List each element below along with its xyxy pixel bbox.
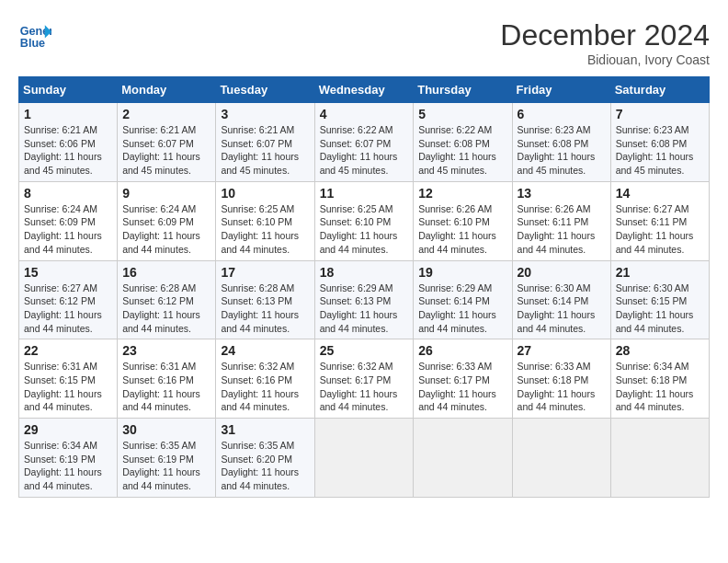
day-info: Sunrise: 6:24 AMSunset: 6:09 PMDaylight:…: [24, 202, 112, 257]
day-number: 11: [320, 186, 409, 201]
table-cell: 21 Sunrise: 6:30 AMSunset: 6:15 PMDaylig…: [610, 260, 709, 339]
table-cell: 10 Sunrise: 6:25 AMSunset: 6:10 PMDaylig…: [216, 181, 314, 260]
day-number: 21: [616, 265, 704, 280]
table-cell: 9 Sunrise: 6:24 AMSunset: 6:09 PMDayligh…: [118, 181, 216, 260]
day-info: Sunrise: 6:31 AMSunset: 6:15 PMDaylight:…: [24, 360, 112, 414]
table-cell: 12 Sunrise: 6:26 AMSunset: 6:10 PMDaylig…: [414, 181, 512, 260]
table-cell: [512, 419, 610, 498]
day-number: 20: [518, 265, 606, 280]
day-info: Sunrise: 6:21 AMSunset: 6:07 PMDaylight:…: [221, 123, 309, 178]
location-subtitle: Bidiouan, Ivory Coast: [500, 52, 710, 67]
calendar-table: Sunday Monday Tuesday Wednesday Thursday…: [18, 76, 710, 498]
logo: General Blue: [18, 18, 51, 52]
day-info: Sunrise: 6:33 AMSunset: 6:18 PMDaylight:…: [518, 360, 606, 414]
table-cell: 11 Sunrise: 6:25 AMSunset: 6:10 PMDaylig…: [314, 181, 414, 260]
day-info: Sunrise: 6:33 AMSunset: 6:17 PMDaylight:…: [418, 360, 506, 414]
header-tuesday: Tuesday: [216, 77, 314, 103]
header-wednesday: Wednesday: [314, 77, 414, 103]
day-info: Sunrise: 6:28 AMSunset: 6:13 PMDaylight:…: [221, 282, 309, 336]
table-cell: 16 Sunrise: 6:28 AMSunset: 6:12 PMDaylig…: [118, 260, 216, 339]
day-number: 2: [122, 107, 210, 121]
header-saturday: Saturday: [610, 77, 709, 103]
day-info: Sunrise: 6:28 AMSunset: 6:12 PMDaylight:…: [122, 282, 210, 336]
page-header: General Blue December 2024 Bidiouan, Ivo…: [18, 18, 710, 67]
day-number: 16: [122, 265, 210, 280]
day-number: 19: [418, 265, 506, 280]
table-cell: 25 Sunrise: 6:32 AMSunset: 6:17 PMDaylig…: [314, 339, 414, 419]
table-cell: 26 Sunrise: 6:33 AMSunset: 6:17 PMDaylig…: [414, 339, 512, 419]
day-number: 15: [24, 265, 112, 280]
calendar-body: 1 Sunrise: 6:21 AMSunset: 6:06 PMDayligh…: [19, 103, 710, 498]
table-cell: 3 Sunrise: 6:21 AMSunset: 6:07 PMDayligh…: [216, 103, 314, 182]
header-thursday: Thursday: [414, 77, 512, 103]
day-info: Sunrise: 6:29 AMSunset: 6:14 PMDaylight:…: [418, 282, 506, 336]
day-info: Sunrise: 6:35 AMSunset: 6:19 PMDaylight:…: [122, 439, 210, 493]
table-cell: 14 Sunrise: 6:27 AMSunset: 6:11 PMDaylig…: [610, 181, 709, 260]
day-number: 24: [221, 343, 309, 358]
day-number: 31: [221, 422, 309, 437]
day-number: 30: [122, 422, 210, 437]
day-info: Sunrise: 6:22 AMSunset: 6:08 PMDaylight:…: [418, 123, 506, 178]
day-info: Sunrise: 6:25 AMSunset: 6:10 PMDaylight:…: [221, 202, 309, 257]
table-cell: 29 Sunrise: 6:34 AMSunset: 6:19 PMDaylig…: [19, 419, 118, 498]
day-number: 23: [122, 343, 210, 358]
table-cell: [414, 419, 512, 498]
day-info: Sunrise: 6:25 AMSunset: 6:10 PMDaylight:…: [320, 202, 409, 257]
header-monday: Monday: [118, 77, 216, 103]
table-cell: [314, 419, 414, 498]
table-cell: 8 Sunrise: 6:24 AMSunset: 6:09 PMDayligh…: [19, 181, 118, 260]
day-info: Sunrise: 6:29 AMSunset: 6:13 PMDaylight:…: [320, 282, 409, 336]
table-cell: 7 Sunrise: 6:23 AMSunset: 6:08 PMDayligh…: [610, 103, 709, 182]
svg-text:Blue: Blue: [20, 37, 45, 50]
day-number: 25: [320, 343, 409, 358]
table-cell: [610, 419, 709, 498]
day-number: 18: [320, 265, 409, 280]
day-info: Sunrise: 6:30 AMSunset: 6:14 PMDaylight:…: [518, 282, 606, 336]
header-sunday: Sunday: [19, 77, 118, 103]
day-info: Sunrise: 6:23 AMSunset: 6:08 PMDaylight:…: [518, 123, 606, 178]
table-cell: 4 Sunrise: 6:22 AMSunset: 6:07 PMDayligh…: [314, 103, 414, 182]
day-info: Sunrise: 6:22 AMSunset: 6:07 PMDaylight:…: [320, 123, 409, 178]
day-info: Sunrise: 6:35 AMSunset: 6:20 PMDaylight:…: [221, 439, 309, 493]
day-number: 14: [616, 186, 704, 201]
day-number: 8: [24, 186, 112, 201]
day-info: Sunrise: 6:23 AMSunset: 6:08 PMDaylight:…: [616, 123, 704, 178]
day-number: 27: [518, 343, 606, 358]
table-cell: 13 Sunrise: 6:26 AMSunset: 6:11 PMDaylig…: [512, 181, 610, 260]
table-cell: 6 Sunrise: 6:23 AMSunset: 6:08 PMDayligh…: [512, 103, 610, 182]
table-cell: 23 Sunrise: 6:31 AMSunset: 6:16 PMDaylig…: [118, 339, 216, 419]
table-cell: 17 Sunrise: 6:28 AMSunset: 6:13 PMDaylig…: [216, 260, 314, 339]
day-number: 28: [616, 343, 704, 358]
day-info: Sunrise: 6:32 AMSunset: 6:16 PMDaylight:…: [221, 360, 309, 414]
day-info: Sunrise: 6:27 AMSunset: 6:11 PMDaylight:…: [616, 202, 704, 257]
day-info: Sunrise: 6:32 AMSunset: 6:17 PMDaylight:…: [320, 360, 409, 414]
table-cell: 27 Sunrise: 6:33 AMSunset: 6:18 PMDaylig…: [512, 339, 610, 419]
day-number: 5: [418, 107, 506, 121]
month-title: December 2024: [500, 18, 710, 52]
title-block: December 2024 Bidiouan, Ivory Coast: [500, 18, 710, 67]
table-cell: 1 Sunrise: 6:21 AMSunset: 6:06 PMDayligh…: [19, 103, 118, 182]
table-cell: 18 Sunrise: 6:29 AMSunset: 6:13 PMDaylig…: [314, 260, 414, 339]
day-info: Sunrise: 6:26 AMSunset: 6:11 PMDaylight:…: [518, 202, 606, 257]
day-info: Sunrise: 6:34 AMSunset: 6:19 PMDaylight:…: [24, 439, 112, 493]
header-friday: Friday: [512, 77, 610, 103]
day-number: 17: [221, 265, 309, 280]
day-number: 13: [518, 186, 606, 201]
day-number: 9: [122, 186, 210, 201]
calendar-header-row: Sunday Monday Tuesday Wednesday Thursday…: [19, 77, 710, 103]
table-cell: 28 Sunrise: 6:34 AMSunset: 6:18 PMDaylig…: [610, 339, 709, 419]
day-number: 6: [518, 107, 606, 121]
day-number: 1: [24, 107, 112, 121]
logo-icon: General Blue: [18, 18, 51, 52]
day-number: 29: [24, 422, 112, 437]
table-cell: 22 Sunrise: 6:31 AMSunset: 6:15 PMDaylig…: [19, 339, 118, 419]
day-number: 22: [24, 343, 112, 358]
table-cell: 2 Sunrise: 6:21 AMSunset: 6:07 PMDayligh…: [118, 103, 216, 182]
day-info: Sunrise: 6:27 AMSunset: 6:12 PMDaylight:…: [24, 282, 112, 336]
day-info: Sunrise: 6:24 AMSunset: 6:09 PMDaylight:…: [122, 202, 210, 257]
day-info: Sunrise: 6:21 AMSunset: 6:07 PMDaylight:…: [122, 123, 210, 178]
table-cell: 31 Sunrise: 6:35 AMSunset: 6:20 PMDaylig…: [216, 419, 314, 498]
day-number: 26: [418, 343, 506, 358]
table-cell: 24 Sunrise: 6:32 AMSunset: 6:16 PMDaylig…: [216, 339, 314, 419]
day-number: 7: [616, 107, 704, 121]
